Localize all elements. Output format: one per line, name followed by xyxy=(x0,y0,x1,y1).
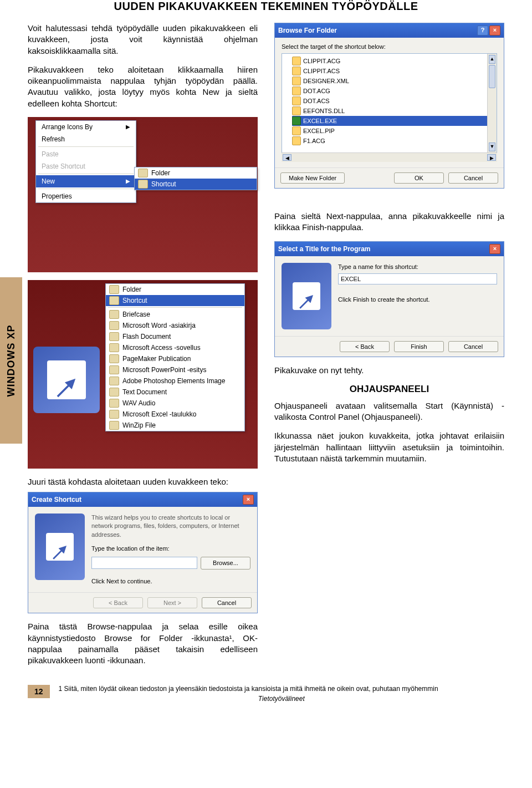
submenu-filetype[interactable]: Briefcase xyxy=(106,309,244,320)
tree-item-label: EEFONTS.DLL xyxy=(303,108,345,114)
filetype-icon xyxy=(109,399,119,408)
new-submenu: Folder Shortcut xyxy=(134,167,257,190)
tree-item[interactable]: EXCEL.PIP xyxy=(292,126,493,136)
create-shortcut-wizard: Create Shortcut × This wizard helps you … xyxy=(28,492,258,613)
filetype-icon xyxy=(109,343,119,352)
menu-label: Paste Shortcut xyxy=(42,162,85,170)
paragraph-7: Ikkunassa näet joukon kuvakkeita, jotka … xyxy=(274,430,504,464)
close-icon[interactable]: × xyxy=(489,26,500,35)
submenu-label: Microsoft Word -asiakirja xyxy=(122,322,196,329)
submenu-shortcut[interactable]: Shortcut xyxy=(106,295,244,306)
close-icon[interactable]: × xyxy=(489,244,500,254)
tree-item-label: EXCEL.EXE xyxy=(303,118,337,124)
folder-tree[interactable]: CLIPPIT.ACGCLIPPIT.ACSDESIGNER.XMLDOT.AC… xyxy=(282,53,497,153)
file-icon xyxy=(292,106,301,115)
filetype-icon xyxy=(109,410,119,419)
menu-new[interactable]: New ▶ xyxy=(36,175,136,187)
shortcut-icon xyxy=(138,180,148,189)
title-dlg-hint: Click Finish to create the shortcut. xyxy=(338,296,497,304)
file-icon xyxy=(292,67,301,75)
file-icon xyxy=(292,87,301,95)
wizard-location-input[interactable] xyxy=(91,557,197,569)
side-tab: WINDOWS XP xyxy=(0,277,22,444)
submenu-filetype[interactable]: Adobe Photoshop Elements Image xyxy=(106,375,244,387)
back-button: < Back xyxy=(93,597,143,608)
scroll-down-icon[interactable]: ▼ xyxy=(489,143,495,151)
submenu-label: Folder xyxy=(151,169,170,177)
tree-item[interactable]: EEFONTS.DLL xyxy=(292,106,493,116)
tree-item[interactable]: EXCEL.EXE xyxy=(292,116,493,126)
menu-label: New xyxy=(42,177,55,185)
caption-1: Juuri tästä kohdasta aloitetaan uuden ku… xyxy=(28,476,258,487)
cancel-button[interactable]: Cancel xyxy=(448,341,498,352)
submenu-filetype[interactable]: WAV Audio xyxy=(106,398,244,409)
scroll-thumb[interactable] xyxy=(489,65,495,88)
tree-item-label: DOT.ACG xyxy=(303,88,330,94)
tree-item[interactable]: DOT.ACG xyxy=(292,86,493,96)
v-scrollbar[interactable]: ▲ ▼ xyxy=(487,54,497,152)
filetype-icon xyxy=(109,388,119,396)
submenu-filetype[interactable]: Microsoft PowerPoint -esitys xyxy=(106,364,244,375)
filetype-icon xyxy=(109,354,119,363)
submenu-filetype[interactable]: WinZip File xyxy=(106,420,244,431)
paragraph-4: Pikakuvake on nyt tehty. xyxy=(274,365,504,376)
menu-arrange-icons[interactable]: Arrange Icons By ▶ xyxy=(36,121,136,133)
tree-item[interactable]: CLIPPIT.ACS xyxy=(292,66,493,76)
submenu-label: Microsoft Excel -taulukko xyxy=(122,410,196,418)
ok-button[interactable]: OK xyxy=(394,172,444,184)
submenu-label: PageMaker Publication xyxy=(122,355,191,363)
menu-label: Paste xyxy=(42,150,59,158)
make-new-folder-button[interactable]: Make New Folder xyxy=(280,172,345,184)
filetype-icon xyxy=(109,421,119,430)
help-icon[interactable]: ? xyxy=(477,26,488,35)
tree-item-label: DOT.ACS xyxy=(303,98,330,104)
submenu-label: Microsoft PowerPoint -esitys xyxy=(122,366,206,374)
shortcut-big-icon xyxy=(33,347,100,413)
wizard-titlebar: Create Shortcut × xyxy=(28,492,257,507)
tree-item[interactable]: CLIPPIT.ACG xyxy=(292,56,493,66)
menu-paste: Paste xyxy=(36,148,136,160)
submenu-label: Adobe Photoshop Elements Image xyxy=(122,377,225,385)
submenu-label: Text Document xyxy=(122,388,167,396)
tree-item[interactable]: DOT.ACS xyxy=(292,96,493,106)
submenu-label: Briefcase xyxy=(122,311,150,318)
submenu-folder[interactable]: Folder xyxy=(106,284,244,295)
back-button[interactable]: < Back xyxy=(340,341,390,352)
submenu-filetype[interactable]: Microsoft Word -asiakirja xyxy=(106,320,244,331)
submenu-shortcut[interactable]: Shortcut xyxy=(135,179,257,190)
scroll-right-icon[interactable]: ▶ xyxy=(487,154,496,161)
tree-item-label: CLIPPIT.ACG xyxy=(303,58,340,64)
scroll-left-icon[interactable]: ◀ xyxy=(283,154,291,161)
menu-label: Refresh xyxy=(42,135,65,143)
menu-properties[interactable]: Properties xyxy=(36,190,136,202)
shortcut-name-input[interactable] xyxy=(338,273,497,284)
submenu-filetype[interactable]: PageMaker Publication xyxy=(106,353,244,364)
cancel-button[interactable]: Cancel xyxy=(448,172,498,184)
submenu-filetype[interactable]: Text Document xyxy=(106,387,244,398)
wizard-description: This wizard helps you to create shortcut… xyxy=(91,514,250,539)
scroll-up-icon[interactable]: ▲ xyxy=(489,55,495,64)
tree-item-label: EXCEL.PIP xyxy=(303,128,335,134)
wizard-input-label: Type the location of the item: xyxy=(91,545,250,553)
submenu-filetype[interactable]: Flash Document xyxy=(106,331,244,342)
title-dlg-label: Type a name for this shortcut: xyxy=(338,263,497,271)
submenu-filetype[interactable]: Microsoft Excel -taulukko xyxy=(106,409,244,420)
browse-button[interactable]: Browse... xyxy=(201,557,250,570)
submenu-label: WinZip File xyxy=(122,421,156,429)
menu-refresh[interactable]: Refresh xyxy=(36,133,136,145)
paragraph-6: Ohjauspaneeli avataan valitsemalla Start… xyxy=(274,400,504,423)
close-icon[interactable]: × xyxy=(243,495,254,505)
tree-item[interactable]: F1.ACG xyxy=(292,136,493,146)
tree-item[interactable]: DESIGNER.XML xyxy=(292,76,493,86)
cancel-button[interactable]: Cancel xyxy=(202,597,252,608)
folder-icon xyxy=(109,285,119,294)
menu-separator xyxy=(38,174,134,174)
finish-button[interactable]: Finish xyxy=(394,341,444,352)
submenu-label: Shortcut xyxy=(122,297,147,304)
filetype-icon xyxy=(109,365,119,374)
h-scrollbar[interactable]: ◀ ▶ xyxy=(282,152,497,162)
submenu-filetype[interactable]: Microsoft Access -sovellus xyxy=(106,342,244,353)
submenu-folder[interactable]: Folder xyxy=(135,167,257,179)
menu-separator xyxy=(38,189,134,189)
file-icon xyxy=(292,77,301,85)
